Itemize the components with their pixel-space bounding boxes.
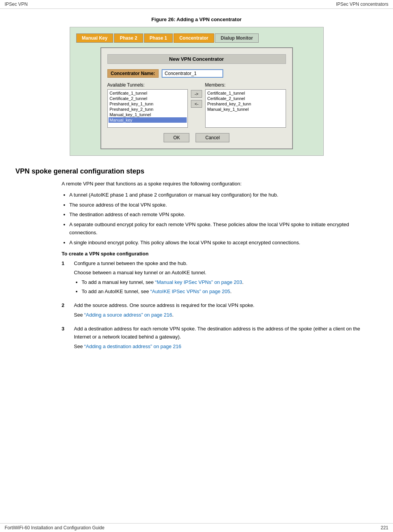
footer-bar: FortiWiFi-60 Installation and Configurat… <box>0 523 393 532</box>
available-tunnels-list[interactable]: Certificate_1_tunnel Certificate_2_tunne… <box>107 89 188 128</box>
cancel-button[interactable]: Cancel <box>196 133 229 142</box>
intro-bullets: A tunnel (AutoIKE phase 1 and phase 2 co… <box>69 191 378 247</box>
screenshot-container: Manual Key Phase 2 Phase 1 Concentrator … <box>70 27 324 156</box>
list-item-selected[interactable]: Manual_key <box>109 117 187 123</box>
remove-from-members-button[interactable]: <- <box>191 100 202 108</box>
numbered-steps: 1 Configure a tunnel between the spoke a… <box>62 260 378 352</box>
figure-caption: Figure 26: Adding a VPN concentrator <box>15 17 378 22</box>
step-1-content: Configure a tunnel between the spoke and… <box>74 260 378 297</box>
bullet-item: A separate outbound encrypt policy for e… <box>69 221 378 237</box>
footer-left: FortiWiFi-60 Installation and Configurat… <box>5 525 104 530</box>
tab-phase2[interactable]: Phase 2 <box>114 33 143 43</box>
tab-manual-key[interactable]: Manual Key <box>76 33 114 43</box>
arrow-buttons: -> <- <box>191 82 202 108</box>
step-2-text2: See “Adding a source address” on page 21… <box>74 311 378 319</box>
step-1-bullet-1: To add a manual key tunnel, see “Manual … <box>82 279 378 287</box>
tab-bar: Manual Key Phase 2 Phase 1 Concentrator … <box>76 33 317 43</box>
bullet-item: The source address of the local VPN spok… <box>69 201 378 209</box>
available-tunnels-section: Available Tunnels: Certificate_1_tunnel … <box>107 82 188 128</box>
step-number-1: 1 <box>62 260 68 297</box>
footer-right: 221 <box>381 525 388 530</box>
step-3-content: Add a destination address for each remot… <box>74 325 378 352</box>
add-to-members-button[interactable]: -> <box>191 90 202 98</box>
step-1-bullet-2: To add an AutoIKE tunnel, see “AutoIKE I… <box>82 288 378 296</box>
tab-concentrator[interactable]: Concentrator <box>174 33 214 43</box>
bullet-item: The destination address of each remote V… <box>69 211 378 219</box>
list-item[interactable]: Preshared_key_2_tunn <box>109 107 187 112</box>
step-1: 1 Configure a tunnel between the spoke a… <box>62 260 378 297</box>
list-item[interactable]: Certificate_2_tunnel <box>206 96 285 101</box>
step-1-text: Configure a tunnel between the spoke and… <box>74 260 378 268</box>
ok-button[interactable]: OK <box>164 133 189 142</box>
bold-subheading: To create a VPN spoke configuration <box>62 251 378 257</box>
header-left: IPSec VPN <box>5 2 28 7</box>
list-item[interactable]: Certificate_1_tunnel <box>206 90 285 96</box>
vpn-concentrator-dialog: New VPN Concentrator Concentrator Name: … <box>100 47 293 149</box>
main-content: Figure 26: Adding a VPN concentrator Man… <box>0 9 393 380</box>
step-3-text2: See “Adding a destination address” on pa… <box>74 343 378 351</box>
bullet-item: A tunnel (AutoIKE phase 1 and phase 2 co… <box>69 191 378 199</box>
step-1-bullets: To add a manual key tunnel, see “Manual … <box>82 279 378 296</box>
autoike-link[interactable]: “AutoIKE IPSec VPNs” on page 205 <box>151 289 230 294</box>
list-item[interactable]: Preshared_key_2_tunn <box>206 101 285 107</box>
tab-dialup-monitor[interactable]: Dialup Monitor <box>215 33 259 43</box>
source-address-link[interactable]: “Adding a source address” on page 216 <box>84 312 172 318</box>
header-right: IPSec VPN concentrators <box>336 2 388 7</box>
tunnel-area: Available Tunnels: Certificate_1_tunnel … <box>107 82 286 128</box>
concentrator-name-label: Concentrator Name: <box>107 69 159 78</box>
list-item[interactable]: Preshared_key_1_tunn <box>109 101 187 107</box>
step-1-text2: Choose between a manual key tunnel or an… <box>74 269 378 277</box>
bullet-item: A single inbound encrypt policy. This po… <box>69 239 378 247</box>
section-intro: A remote VPN peer that functions as a sp… <box>62 180 378 188</box>
members-section: Members: Certificate_1_tunnel Certificat… <box>205 82 286 128</box>
list-item[interactable]: Manual_key_1_tunnel <box>206 107 285 112</box>
step-number-3: 3 <box>62 325 68 352</box>
members-label: Members: <box>205 82 286 88</box>
dialog-title: New VPN Concentrator <box>107 54 286 64</box>
manual-key-link[interactable]: “Manual key IPSec VPNs” on page 203 <box>155 279 242 285</box>
tab-phase1[interactable]: Phase 1 <box>144 33 173 43</box>
step-3: 3 Add a destination address for each rem… <box>62 325 378 352</box>
header-bar: IPSec VPN IPSec VPN concentrators <box>0 0 393 9</box>
list-item[interactable]: Manual_key_1_tunnel <box>109 112 187 117</box>
destination-address-link[interactable]: “Adding a destination address” on page 2… <box>84 344 181 349</box>
available-tunnels-label: Available Tunnels: <box>107 82 188 88</box>
members-list[interactable]: Certificate_1_tunnel Certificate_2_tunne… <box>205 89 286 128</box>
section-heading: VPN spoke general configuration steps <box>15 167 378 175</box>
step-2: 2 Add the source address. One source add… <box>62 302 378 321</box>
list-item[interactable]: Certificate_1_tunnel <box>109 90 187 96</box>
step-2-text: Add the source address. One source addre… <box>74 302 378 310</box>
concentrator-name-input[interactable] <box>162 69 223 78</box>
step-3-text: Add a destination address for each remot… <box>74 325 378 341</box>
step-2-content: Add the source address. One source addre… <box>74 302 378 321</box>
concentrator-name-row: Concentrator Name: <box>107 69 286 78</box>
step-number-2: 2 <box>62 302 68 321</box>
list-item[interactable]: Certificate_2_tunnel <box>109 96 187 101</box>
dialog-buttons: OK Cancel <box>107 133 286 142</box>
